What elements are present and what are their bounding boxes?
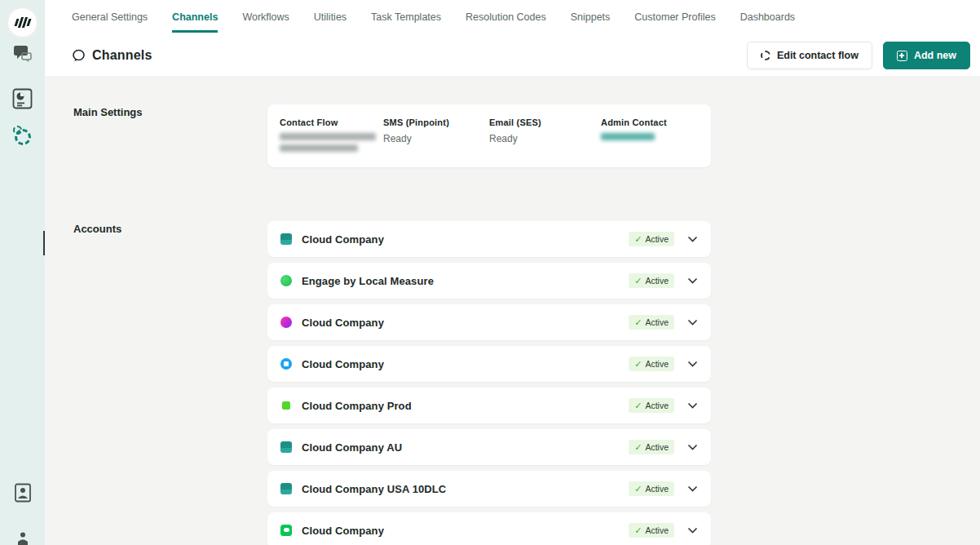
main-settings-section: Main Settings Contact Flow SMS (Pinpoint… (73, 104, 980, 167)
status-badge: ✓ Active (629, 523, 674, 538)
account-name: Cloud Company (302, 358, 384, 370)
logo-icon (7, 7, 38, 38)
sidebar (0, 0, 45, 545)
account-name: Engage by Local Measure (302, 275, 434, 287)
account-row[interactable]: Engage by Local Measure ✓ Active (267, 263, 711, 299)
chevron-down-icon[interactable] (687, 485, 698, 492)
check-icon: ✓ (634, 484, 642, 494)
line-channel-icon (280, 525, 292, 536)
edit-contact-flow-button[interactable]: Edit contact flow (747, 42, 872, 69)
check-icon: ✓ (634, 317, 642, 328)
redacted-link-value[interactable] (601, 133, 655, 140)
status-badge: ✓ Active (629, 398, 674, 413)
status-badge: ✓ Active (629, 440, 674, 454)
chevron-down-icon[interactable] (687, 444, 698, 450)
account-name: Cloud Company (302, 317, 384, 329)
chevron-down-icon[interactable] (687, 527, 698, 534)
redacted-value (280, 144, 358, 152)
status-badge: ✓ Active (629, 357, 674, 371)
local-measure-logo[interactable] (0, 7, 45, 38)
tab-resolution-codes[interactable]: Resolution Codes (466, 11, 546, 33)
accounts-section: Accounts Cloud Company ✓ Active (73, 221, 980, 545)
instagram-channel-icon (280, 317, 292, 328)
page-title-row: Channels Edit contact flow Add new (72, 41, 970, 70)
account-name: Cloud Company AU (302, 441, 402, 454)
tab-dashboards[interactable]: Dashboards (740, 11, 795, 33)
main-settings-card: Contact Flow SMS (Pinpoint) Ready Email … (267, 104, 711, 167)
account-row[interactable]: Cloud Company ✓ Active (267, 221, 711, 257)
content-area: Main Settings Contact Flow SMS (Pinpoint… (45, 76, 980, 545)
conversations-icon[interactable] (0, 45, 45, 64)
user-podium-icon[interactable] (0, 532, 45, 545)
sms-pinpoint-field: SMS (Pinpoint) Ready (383, 117, 489, 156)
account-row[interactable]: Cloud Company ✓ Active (267, 346, 711, 382)
admin-contact-field: Admin Contact (601, 117, 699, 156)
accounts-label: Accounts (73, 221, 267, 235)
twitter-channel-icon (280, 358, 292, 370)
account-row[interactable]: Cloud Company ✓ Active (267, 512, 711, 545)
settings-tab-bar: General Settings Channels Workflows Util… (72, 11, 795, 33)
gear-small-icon (13, 126, 22, 135)
reports-icon[interactable] (0, 88, 45, 109)
line-small-channel-icon (282, 401, 290, 410)
main-settings-label: Main Settings (73, 104, 267, 118)
check-icon: ✓ (634, 442, 642, 453)
tab-general-settings[interactable]: General Settings (72, 11, 148, 33)
app-window: General Settings Channels Workflows Util… (0, 0, 980, 545)
check-icon: ✓ (634, 234, 642, 245)
tab-workflows[interactable]: Workflows (242, 11, 289, 33)
account-name: Cloud Company Prod (302, 400, 412, 412)
whatsapp-channel-icon (280, 275, 292, 286)
chevron-down-icon[interactable] (687, 402, 698, 409)
chevron-down-icon[interactable] (687, 236, 698, 242)
chevron-down-icon[interactable] (687, 361, 698, 367)
tab-customer-profiles[interactable]: Customer Profiles (634, 11, 715, 33)
account-row[interactable]: Cloud Company Prod ✓ Active (267, 388, 711, 423)
status-badge: ✓ Active (629, 232, 674, 246)
page-title: Channels (92, 48, 152, 63)
account-name: Cloud Company USA 10DLC (302, 483, 446, 495)
gear-icon (761, 51, 770, 60)
account-name: Cloud Company (302, 525, 384, 537)
tab-utilities[interactable]: Utilities (314, 11, 347, 33)
sms-channel-icon (280, 483, 292, 494)
check-icon: ✓ (634, 401, 642, 411)
chevron-down-icon[interactable] (687, 319, 698, 326)
scrollbar-thumb[interactable] (43, 231, 45, 255)
tab-channels[interactable]: Channels (172, 11, 218, 33)
check-icon: ✓ (634, 359, 642, 370)
redacted-value (280, 133, 376, 140)
plus-icon (897, 51, 907, 61)
status-badge: ✓ Active (629, 315, 674, 330)
status-badge: ✓ Active (629, 273, 674, 288)
channels-bubble-icon (72, 49, 86, 63)
tab-snippets[interactable]: Snippets (571, 11, 611, 33)
sms-channel-icon (280, 233, 292, 245)
chevron-down-icon[interactable] (687, 277, 698, 284)
account-row[interactable]: Cloud Company USA 10DLC ✓ Active (267, 471, 711, 507)
tab-task-templates[interactable]: Task Templates (371, 11, 441, 33)
contact-card-icon[interactable] (0, 483, 45, 503)
account-row[interactable]: Cloud Company ✓ Active (267, 304, 711, 340)
contact-flow-field: Contact Flow (280, 117, 383, 156)
sms-channel-icon (280, 441, 292, 453)
email-ses-field: Email (SES) Ready (489, 117, 601, 156)
settings-gears-icon[interactable] (0, 124, 45, 145)
account-row[interactable]: Cloud Company AU ✓ Active (267, 429, 711, 465)
status-badge: ✓ Active (629, 481, 674, 496)
add-new-button[interactable]: Add new (883, 42, 970, 69)
check-icon: ✓ (634, 276, 642, 286)
account-name: Cloud Company (302, 233, 384, 246)
check-icon: ✓ (634, 525, 642, 536)
header: General Settings Channels Workflows Util… (45, 0, 980, 76)
accounts-list: Cloud Company ✓ Active (267, 221, 711, 545)
